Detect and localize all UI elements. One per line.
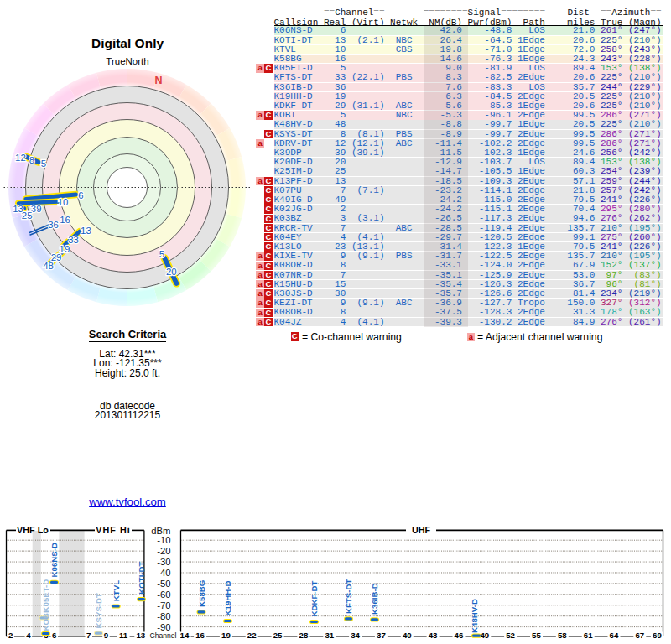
svg-text:49: 49 — [480, 631, 489, 640]
svg-text:-50: -50 — [157, 579, 170, 589]
svg-text:K06NS-D: K06NS-D — [49, 543, 59, 577]
svg-text:-20: -20 — [157, 546, 170, 556]
svg-text:KDKF-DT: KDKF-DT — [309, 580, 319, 616]
svg-text:25: 25 — [22, 210, 33, 221]
svg-text:16: 16 — [60, 215, 70, 225]
svg-text:37: 37 — [377, 631, 386, 640]
svg-text:40: 40 — [403, 631, 412, 640]
svg-text:6: 6 — [78, 190, 83, 200]
svg-text:K19HH-D: K19HH-D — [223, 580, 232, 615]
svg-text:-40: -40 — [157, 568, 170, 578]
svg-text:43: 43 — [429, 631, 438, 640]
svg-text:28: 28 — [299, 631, 309, 640]
svg-text:22: 22 — [247, 631, 257, 640]
svg-text:61: 61 — [584, 631, 593, 640]
svg-text:64: 64 — [610, 631, 619, 640]
svg-text:39: 39 — [31, 204, 42, 214]
svg-text:52: 52 — [506, 631, 515, 640]
svg-text:69: 69 — [653, 631, 662, 640]
svg-text:25: 25 — [273, 631, 283, 640]
svg-text:48: 48 — [43, 261, 54, 271]
svg-text:N: N — [154, 75, 162, 86]
svg-text:14: 14 — [180, 631, 190, 640]
svg-text:20: 20 — [166, 267, 177, 277]
svg-text:19: 19 — [221, 631, 231, 640]
svg-text:Channel: Channel — [149, 631, 176, 640]
svg-text:KFTS-DT: KFTS-DT — [344, 579, 353, 614]
svg-text:K58BG: K58BG — [197, 580, 206, 607]
svg-text:VHF Hi: VHF Hi — [96, 525, 130, 535]
svg-text:VHF Lo: VHF Lo — [17, 525, 49, 535]
svg-text:K36IB-D: K36IB-D — [370, 583, 379, 615]
svg-text:10: 10 — [58, 197, 69, 207]
svg-text:5: 5 — [159, 249, 164, 259]
svg-text:-60: -60 — [157, 589, 170, 600]
svg-text:13: 13 — [136, 631, 145, 640]
svg-text:UHF: UHF — [412, 525, 431, 535]
svg-text:5: 5 — [41, 158, 46, 169]
svg-text:KOTI-DT: KOTI-DT — [137, 561, 146, 594]
svg-text:-30: -30 — [157, 557, 170, 567]
svg-text:8: 8 — [29, 155, 34, 165]
svg-text:34: 34 — [351, 631, 360, 640]
svg-text:KSYS-DT: KSYS-DT — [94, 593, 103, 629]
svg-text:-90: -90 — [157, 622, 170, 632]
svg-text:7: 7 — [86, 631, 91, 640]
svg-text:4: 4 — [26, 631, 31, 640]
svg-text:12: 12 — [15, 153, 26, 163]
svg-text:36: 36 — [48, 220, 59, 230]
svg-text:-10: -10 — [157, 535, 170, 545]
svg-text:K05ET-D: K05ET-D — [41, 579, 50, 613]
svg-text:67: 67 — [635, 631, 644, 640]
svg-text:KTVL: KTVL — [112, 580, 121, 601]
svg-text:11: 11 — [119, 631, 128, 640]
svg-text:55: 55 — [532, 631, 541, 640]
svg-text:13: 13 — [81, 226, 91, 236]
svg-text:31: 31 — [325, 631, 334, 640]
svg-text:46: 46 — [455, 631, 464, 640]
svg-text:9: 9 — [104, 631, 109, 640]
svg-text:K48HV-D: K48HV-D — [470, 599, 479, 633]
svg-text:6: 6 — [52, 631, 57, 640]
svg-text:-80: -80 — [157, 611, 170, 621]
svg-text:58: 58 — [558, 631, 567, 640]
svg-text:2: 2 — [8, 631, 13, 640]
svg-text:KOBI: KOBI — [41, 610, 50, 631]
svg-text:-70: -70 — [157, 600, 170, 610]
svg-text:dBm: dBm — [151, 526, 170, 536]
svg-text:16: 16 — [195, 631, 205, 640]
